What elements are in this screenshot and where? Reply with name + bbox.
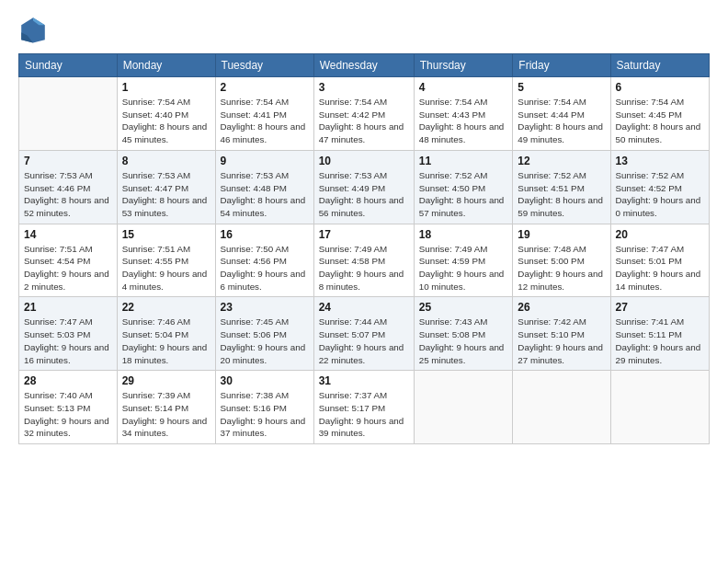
calendar-cell: 3Sunrise: 7:54 AMSunset: 4:42 PMDaylight…: [313, 77, 414, 151]
day-info: Sunrise: 7:44 AMSunset: 5:07 PMDaylight:…: [319, 316, 409, 366]
weekday-header-tuesday: Tuesday: [215, 54, 313, 77]
weekday-header-thursday: Thursday: [414, 54, 513, 77]
day-number: 6: [616, 81, 704, 94]
calendar-cell: 12Sunrise: 7:52 AMSunset: 4:51 PMDayligh…: [513, 150, 610, 224]
day-number: 16: [221, 228, 309, 241]
calendar-cell: 15Sunrise: 7:51 AMSunset: 4:55 PMDayligh…: [117, 224, 215, 297]
day-number: 14: [24, 228, 112, 241]
day-number: 7: [24, 155, 112, 167]
calendar-cell: 8Sunrise: 7:53 AMSunset: 4:47 PMDaylight…: [117, 150, 215, 224]
calendar-cell: 18Sunrise: 7:49 AMSunset: 4:59 PMDayligh…: [414, 224, 513, 297]
day-number: 29: [122, 374, 210, 387]
day-number: 13: [616, 155, 704, 167]
day-number: 18: [419, 228, 508, 241]
calendar-cell: 10Sunrise: 7:53 AMSunset: 4:49 PMDayligh…: [313, 150, 414, 224]
calendar-week-row: 14Sunrise: 7:51 AMSunset: 4:54 PMDayligh…: [19, 224, 710, 297]
day-number: 8: [122, 155, 210, 167]
calendar-week-row: 21Sunrise: 7:47 AMSunset: 5:03 PMDayligh…: [19, 297, 710, 371]
calendar-cell: 24Sunrise: 7:44 AMSunset: 5:07 PMDayligh…: [313, 297, 414, 371]
day-number: 31: [319, 374, 409, 387]
day-number: 28: [24, 374, 112, 387]
calendar-cell: 2Sunrise: 7:54 AMSunset: 4:41 PMDaylight…: [215, 77, 313, 151]
day-number: 11: [419, 155, 508, 167]
calendar-cell: 30Sunrise: 7:38 AMSunset: 5:16 PMDayligh…: [215, 371, 313, 444]
calendar-cell: 22Sunrise: 7:46 AMSunset: 5:04 PMDayligh…: [117, 297, 215, 371]
day-info: Sunrise: 7:54 AMSunset: 4:44 PMDaylight:…: [518, 96, 605, 146]
calendar-cell: 16Sunrise: 7:50 AMSunset: 4:56 PMDayligh…: [215, 224, 313, 297]
weekday-header-row: SundayMondayTuesdayWednesdayThursdayFrid…: [19, 54, 710, 77]
day-info: Sunrise: 7:54 AMSunset: 4:42 PMDaylight:…: [319, 96, 409, 146]
day-info: Sunrise: 7:53 AMSunset: 4:46 PMDaylight:…: [24, 169, 112, 220]
day-number: 17: [319, 228, 409, 241]
day-number: 10: [319, 155, 409, 167]
day-number: 1: [122, 81, 210, 94]
weekday-header-wednesday: Wednesday: [313, 54, 414, 77]
weekday-header-friday: Friday: [513, 54, 610, 77]
calendar-cell: 27Sunrise: 7:41 AMSunset: 5:11 PMDayligh…: [610, 297, 709, 371]
calendar-cell: 13Sunrise: 7:52 AMSunset: 4:52 PMDayligh…: [610, 150, 709, 224]
day-info: Sunrise: 7:43 AMSunset: 5:08 PMDaylight:…: [419, 316, 508, 366]
calendar-cell: 9Sunrise: 7:53 AMSunset: 4:48 PMDaylight…: [215, 150, 313, 224]
calendar-cell: 7Sunrise: 7:53 AMSunset: 4:46 PMDaylight…: [19, 150, 118, 224]
logo: [18, 15, 51, 44]
calendar-cell: [610, 371, 709, 444]
calendar-cell: [513, 371, 610, 444]
calendar-cell: 1Sunrise: 7:54 AMSunset: 4:40 PMDaylight…: [117, 77, 215, 151]
calendar-cell: 17Sunrise: 7:49 AMSunset: 4:58 PMDayligh…: [313, 224, 414, 297]
day-number: 21: [24, 301, 112, 314]
day-number: 5: [518, 81, 605, 94]
calendar-cell: 25Sunrise: 7:43 AMSunset: 5:08 PMDayligh…: [414, 297, 513, 371]
day-info: Sunrise: 7:54 AMSunset: 4:43 PMDaylight:…: [419, 96, 508, 146]
day-info: Sunrise: 7:49 AMSunset: 4:58 PMDaylight:…: [319, 243, 409, 293]
day-info: Sunrise: 7:53 AMSunset: 4:49 PMDaylight:…: [319, 169, 409, 220]
day-number: 23: [221, 301, 309, 314]
day-number: 26: [518, 301, 605, 314]
calendar-cell: 6Sunrise: 7:54 AMSunset: 4:45 PMDaylight…: [610, 77, 709, 151]
calendar-cell: 28Sunrise: 7:40 AMSunset: 5:13 PMDayligh…: [19, 371, 118, 444]
day-info: Sunrise: 7:49 AMSunset: 4:59 PMDaylight:…: [419, 243, 508, 293]
calendar-cell: [414, 371, 513, 444]
calendar-cell: 4Sunrise: 7:54 AMSunset: 4:43 PMDaylight…: [414, 77, 513, 151]
day-number: 15: [122, 228, 210, 241]
calendar-cell: 11Sunrise: 7:52 AMSunset: 4:50 PMDayligh…: [414, 150, 513, 224]
calendar-cell: 5Sunrise: 7:54 AMSunset: 4:44 PMDaylight…: [513, 77, 610, 151]
day-info: Sunrise: 7:48 AMSunset: 5:00 PMDaylight:…: [518, 243, 605, 293]
day-info: Sunrise: 7:52 AMSunset: 4:51 PMDaylight:…: [518, 169, 605, 220]
day-number: 22: [122, 301, 210, 314]
day-info: Sunrise: 7:52 AMSunset: 4:50 PMDaylight:…: [419, 169, 508, 220]
day-info: Sunrise: 7:51 AMSunset: 4:54 PMDaylight:…: [24, 243, 112, 293]
day-number: 30: [221, 374, 309, 387]
day-info: Sunrise: 7:54 AMSunset: 4:45 PMDaylight:…: [616, 96, 704, 146]
calendar-cell: 29Sunrise: 7:39 AMSunset: 5:14 PMDayligh…: [117, 371, 215, 444]
day-info: Sunrise: 7:52 AMSunset: 4:52 PMDaylight:…: [616, 169, 704, 220]
calendar-cell: 14Sunrise: 7:51 AMSunset: 4:54 PMDayligh…: [19, 224, 118, 297]
day-number: 2: [221, 81, 309, 94]
day-info: Sunrise: 7:51 AMSunset: 4:55 PMDaylight:…: [122, 243, 210, 293]
day-number: 27: [616, 301, 704, 314]
day-info: Sunrise: 7:54 AMSunset: 4:41 PMDaylight:…: [221, 96, 309, 146]
day-info: Sunrise: 7:53 AMSunset: 4:47 PMDaylight:…: [122, 169, 210, 220]
day-info: Sunrise: 7:38 AMSunset: 5:16 PMDaylight:…: [221, 389, 309, 440]
day-number: 24: [319, 301, 409, 314]
weekday-header-saturday: Saturday: [610, 54, 709, 77]
day-info: Sunrise: 7:45 AMSunset: 5:06 PMDaylight:…: [221, 316, 309, 366]
day-info: Sunrise: 7:42 AMSunset: 5:10 PMDaylight:…: [518, 316, 605, 366]
day-number: 25: [419, 301, 508, 314]
day-number: 12: [518, 155, 605, 167]
calendar-table: SundayMondayTuesdayWednesdayThursdayFrid…: [18, 53, 710, 444]
day-info: Sunrise: 7:41 AMSunset: 5:11 PMDaylight:…: [616, 316, 704, 366]
calendar-cell: 21Sunrise: 7:47 AMSunset: 5:03 PMDayligh…: [19, 297, 118, 371]
day-info: Sunrise: 7:50 AMSunset: 4:56 PMDaylight:…: [221, 243, 309, 293]
calendar-cell: 23Sunrise: 7:45 AMSunset: 5:06 PMDayligh…: [215, 297, 313, 371]
day-info: Sunrise: 7:40 AMSunset: 5:13 PMDaylight:…: [24, 389, 112, 440]
day-info: Sunrise: 7:46 AMSunset: 5:04 PMDaylight:…: [122, 316, 210, 366]
calendar-week-row: 1Sunrise: 7:54 AMSunset: 4:40 PMDaylight…: [19, 77, 710, 151]
day-info: Sunrise: 7:47 AMSunset: 5:01 PMDaylight:…: [616, 243, 704, 293]
day-info: Sunrise: 7:53 AMSunset: 4:48 PMDaylight:…: [221, 169, 309, 220]
day-number: 9: [221, 155, 309, 167]
calendar-week-row: 28Sunrise: 7:40 AMSunset: 5:13 PMDayligh…: [19, 371, 710, 444]
day-info: Sunrise: 7:47 AMSunset: 5:03 PMDaylight:…: [24, 316, 112, 366]
header: [18, 15, 710, 44]
weekday-header-sunday: Sunday: [19, 54, 118, 77]
calendar-cell: 19Sunrise: 7:48 AMSunset: 5:00 PMDayligh…: [513, 224, 610, 297]
